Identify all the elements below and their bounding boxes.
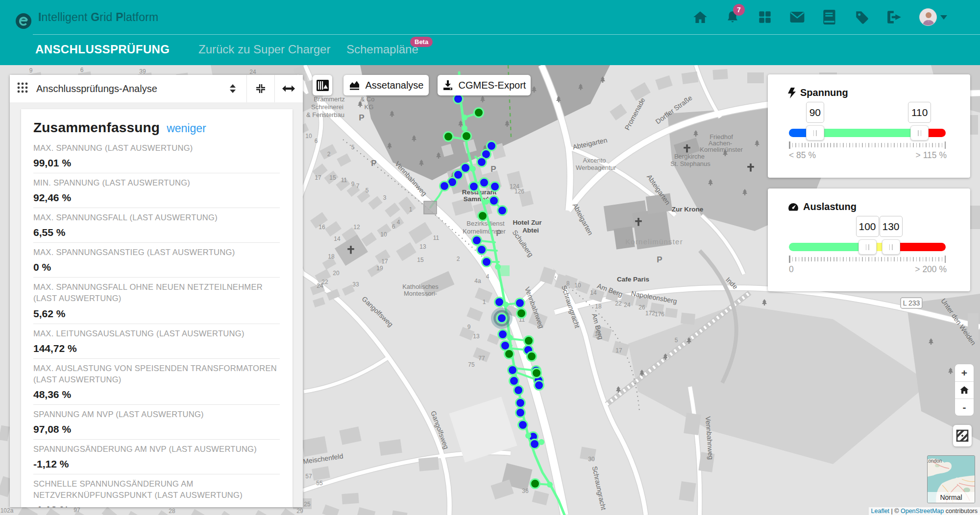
house-number-label: 57 [305,473,312,480]
network-node-producer[interactable] [524,336,534,346]
documentation-icon[interactable] [822,10,837,24]
auslastung-max-label: > 200 % [915,264,947,275]
network-node-producer[interactable] [478,211,488,221]
tags-icon[interactable] [855,10,869,24]
network-node-producer[interactable] [532,369,541,378]
sort-toggle-icon[interactable] [226,82,240,95]
network-node-consumer[interactable] [518,421,528,430]
network-junction[interactable] [483,199,489,205]
network-node-consumer[interactable] [515,299,525,308]
network-node-consumer[interactable] [514,386,523,395]
network-node-consumer[interactable] [454,94,463,104]
zoom-out-button[interactable]: - [955,398,974,416]
drag-grid-icon[interactable] [17,82,28,95]
network-junction[interactable] [525,433,531,439]
auslastung-lower-handle[interactable] [858,239,877,255]
network-node-consumer[interactable] [461,164,470,173]
network-node-consumer[interactable] [440,182,449,191]
network-junction[interactable] [539,439,544,445]
notification-badge: 7 [733,4,745,16]
layers-button[interactable] [953,425,972,446]
network-node-consumer[interactable] [516,398,525,408]
cgmes-export-button[interactable]: CGMES-Export [438,75,531,95]
schemaplaene-link[interactable]: SchemapläneBeta [346,43,418,56]
house-number-label: 28 [169,508,175,515]
map-text-label: Cafe Paris [617,276,649,283]
network-node-consumer[interactable] [535,381,544,390]
brand-logo[interactable] [15,13,32,31]
leaflet-link[interactable]: Leaflet [871,508,890,515]
house-number-label: 24 [317,282,323,289]
network-node-producer[interactable] [444,132,453,141]
map-text-label: Bergkirche [674,153,705,160]
network-node-producer[interactable] [474,108,484,117]
summary-collapse-link[interactable]: weniger [167,122,206,135]
network-node-selected[interactable] [497,314,507,323]
map-text-label: & Fensterbau [306,111,344,118]
network-node-consumer[interactable] [472,236,482,245]
network-node-consumer[interactable] [482,258,491,267]
map-text-label: Bezirksdienst [466,220,505,227]
spannung-lower-value-input[interactable]: 90 [806,102,824,123]
notifications-icon[interactable]: 7 [725,10,740,24]
network-node-producer[interactable] [517,309,526,318]
house-number-label: 39 [139,68,146,75]
minimap[interactable]: London Normal [927,455,975,503]
minimap-city-label: London [928,458,942,464]
network-node-consumer[interactable] [490,182,500,191]
header-divider [33,34,980,35]
network-node-consumer[interactable] [480,178,489,187]
zoom-home-button[interactable] [955,381,974,398]
analysis-selector[interactable]: Anschlussprüfungs-Analyse [36,83,226,94]
messages-icon[interactable] [790,10,805,24]
network-junction[interactable] [495,264,501,270]
map-text-label: Schreinerei [311,103,343,111]
house-number-label: 4 [486,273,490,280]
apps-grid-icon[interactable] [758,10,772,24]
home-icon[interactable] [693,10,708,24]
network-node-consumer[interactable] [490,196,499,206]
avatar[interactable] [919,8,937,26]
spannung-upper-handle[interactable] [910,125,929,140]
auslastung-upper-handle[interactable] [882,239,900,255]
network-node-producer[interactable] [462,132,471,141]
network-junction[interactable] [462,115,467,120]
osm-link[interactable]: OpenStreetMap [901,508,944,515]
network-junction[interactable] [503,302,509,307]
network-node-consumer[interactable] [498,206,507,215]
summary-item: MAX. LEITUNGSAUSLASTUNG (LAST AUSWERTUNG… [33,324,280,359]
assetanalyse-button[interactable]: Assetanalyse [343,75,429,95]
network-node-consumer[interactable] [510,376,519,386]
nvp-square-marker[interactable] [424,201,437,214]
network-node-consumer[interactable] [498,330,508,339]
basemap-toggle-button[interactable] [313,75,332,95]
network-node-consumer[interactable] [487,141,496,151]
network-node-producer[interactable] [527,352,537,361]
zoom-in-button[interactable]: + [955,364,974,381]
network-node-consumer[interactable] [508,366,517,375]
network-node-producer[interactable] [505,350,514,359]
chevron-down-icon[interactable] [940,10,948,24]
network-junction[interactable] [507,335,513,341]
summary-item: MAX. SPANNUNG (LAST AUSWERTUNG)99,01 % [33,139,280,173]
house-number-label: 14 [590,289,597,296]
network-node-consumer[interactable] [469,182,479,191]
network-node-consumer[interactable] [477,245,487,255]
network-junction[interactable] [462,125,467,131]
network-node-consumer[interactable] [495,298,504,307]
resize-horizontal-icon[interactable] [282,82,295,95]
spannung-upper-value-input[interactable]: 110 [908,102,931,123]
network-junction[interactable] [470,166,476,172]
spannung-lower-handle[interactable] [806,125,824,140]
auslastung-lower-value-input[interactable]: 100 [856,216,879,237]
logout-icon[interactable] [887,10,902,24]
network-node-producer[interactable] [531,479,540,489]
network-node-consumer[interactable] [516,408,525,418]
summary-title: Zusammenfassung [33,120,160,135]
network-node-consumer[interactable] [530,440,539,449]
network-node-consumer[interactable] [477,158,487,167]
back-to-super-charger-link[interactable]: Zurück zu Super Charger [198,43,330,56]
auslastung-upper-value-input[interactable]: 130 [880,216,903,237]
network-junction[interactable] [547,482,553,488]
collapse-panel-icon[interactable] [254,82,268,95]
